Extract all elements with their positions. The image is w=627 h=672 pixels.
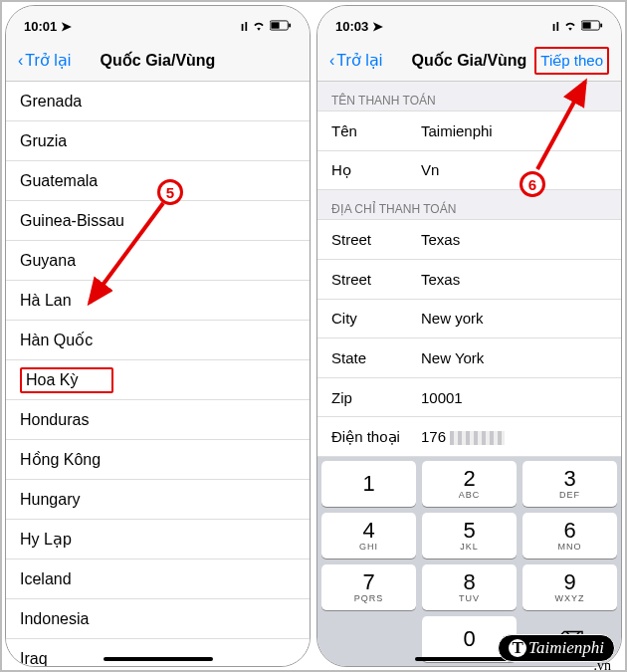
- key-digit: 7: [362, 571, 374, 593]
- key-3[interactable]: 3DEF: [522, 461, 617, 507]
- country-row[interactable]: Hàn Quốc: [6, 321, 310, 360]
- field-label: Zip: [331, 389, 421, 406]
- country-label: Gruzia: [20, 132, 67, 150]
- country-label: Hồng Kông: [20, 450, 101, 469]
- battery-icon: [270, 19, 292, 34]
- country-label: Hy Lạp: [20, 530, 72, 549]
- key-blank: [321, 616, 416, 662]
- svg-rect-4: [582, 22, 590, 28]
- key-2[interactable]: 2ABC: [422, 461, 517, 507]
- form-field-row[interactable]: StateNew York: [317, 338, 621, 378]
- phone-left: 10:01 ➤ ıl ‹ Trở lại Quốc Gia/Vùng Grena…: [5, 5, 311, 667]
- signal-icon: ıl: [241, 19, 248, 34]
- chevron-left-icon: ‹: [329, 52, 334, 70]
- key-8[interactable]: 8TUV: [422, 564, 517, 610]
- country-row[interactable]: Indonesia: [6, 599, 310, 639]
- field-value[interactable]: New York: [421, 349, 607, 366]
- home-indicator[interactable]: [104, 657, 213, 661]
- field-label: Điện thoại: [331, 428, 421, 446]
- form-field-row[interactable]: StreetTexas: [317, 220, 621, 260]
- key-9[interactable]: 9WXYZ: [522, 564, 617, 610]
- back-button[interactable]: ‹ Trở lại: [329, 51, 382, 70]
- arrow-6: [529, 70, 609, 179]
- country-row[interactable]: Hy Lạp: [6, 520, 310, 560]
- key-sub: DEF: [559, 490, 580, 500]
- signal-icon: ıl: [552, 19, 559, 34]
- location-icon: ➤: [61, 19, 72, 34]
- back-label: Trở lại: [336, 51, 382, 70]
- key-5[interactable]: 5JKL: [422, 513, 517, 559]
- back-button[interactable]: ‹ Trở lại: [18, 51, 71, 70]
- key-digit: 0: [463, 628, 475, 650]
- callout-5: 5: [157, 179, 183, 205]
- field-label: Street: [331, 231, 421, 248]
- country-label: Guatemala: [20, 172, 98, 190]
- field-value[interactable]: Texas: [421, 231, 607, 248]
- svg-line-6: [90, 203, 163, 303]
- country-row[interactable]: Gruzia: [6, 121, 310, 161]
- country-row[interactable]: Hoa Kỳ: [6, 360, 310, 400]
- key-digit: 4: [362, 520, 374, 542]
- country-label: Indonesia: [20, 610, 89, 628]
- key-digit: 5: [463, 520, 475, 542]
- svg-rect-1: [271, 22, 279, 28]
- field-label: Street: [331, 271, 421, 288]
- country-row[interactable]: Iraq: [6, 639, 310, 666]
- back-label: Trở lại: [25, 51, 71, 70]
- chevron-left-icon: ‹: [18, 52, 23, 70]
- key-digit: 8: [463, 571, 475, 593]
- field-label: State: [331, 349, 421, 366]
- form-field-row[interactable]: StreetTexas: [317, 260, 621, 300]
- country-label: Guyana: [20, 252, 76, 270]
- wifi-icon: [563, 19, 577, 34]
- time-label: 10:03: [335, 19, 368, 34]
- key-digit: 9: [563, 571, 575, 593]
- country-label: Iraq: [20, 650, 48, 667]
- key-1[interactable]: 1: [321, 461, 416, 507]
- field-label: Họ: [331, 161, 421, 179]
- key-sub: PQRS: [354, 593, 384, 603]
- field-value[interactable]: New york: [421, 310, 607, 327]
- country-row[interactable]: Honduras: [6, 400, 310, 440]
- form-field-row[interactable]: Zip10001: [317, 378, 621, 418]
- key-6[interactable]: 6MNO: [522, 513, 617, 559]
- form-field-row[interactable]: Điện thoại176: [317, 417, 621, 457]
- key-4[interactable]: 4GHI: [321, 513, 416, 559]
- section-header: ĐỊA CHỈ THANH TOÁN: [317, 190, 621, 220]
- country-row[interactable]: Hồng Kông: [6, 440, 310, 480]
- wifi-icon: [252, 19, 266, 34]
- svg-rect-2: [289, 23, 291, 27]
- key-7[interactable]: 7PQRS: [321, 564, 416, 610]
- field-value[interactable]: 176: [421, 428, 607, 445]
- key-digit: 3: [563, 468, 575, 490]
- country-row[interactable]: Hungary: [6, 480, 310, 520]
- watermark-suffix: .vn: [594, 658, 612, 672]
- country-list[interactable]: GrenadaGruziaGuatemalaGuinea-BissauGuyan…: [6, 82, 310, 666]
- country-label: Grenada: [20, 93, 82, 111]
- key-digit: 6: [563, 520, 575, 542]
- status-bar: 10:03 ➤ ıl: [317, 6, 621, 40]
- key-sub: WXYZ: [555, 593, 585, 603]
- key-sub: JKL: [460, 542, 479, 552]
- arrow-5: [72, 193, 171, 323]
- status-bar: 10:01 ➤ ıl: [6, 6, 310, 40]
- battery-icon: [581, 19, 603, 34]
- callout-6: 6: [520, 171, 545, 197]
- country-row[interactable]: Iceland: [6, 560, 310, 599]
- time-label: 10:01: [24, 19, 57, 34]
- key-sub: GHI: [359, 542, 378, 552]
- svg-rect-5: [600, 23, 602, 27]
- field-value[interactable]: Texas: [421, 271, 607, 288]
- key-sub: ABC: [459, 490, 481, 500]
- country-row[interactable]: Grenada: [6, 82, 310, 121]
- key-digit: 1: [362, 473, 374, 495]
- form-field-row[interactable]: CityNew york: [317, 300, 621, 339]
- country-label: Hà Lan: [20, 292, 72, 310]
- field-value[interactable]: 10001: [421, 389, 607, 406]
- country-label: Honduras: [20, 411, 89, 429]
- location-icon: ➤: [372, 19, 383, 34]
- key-sub: MNO: [558, 542, 582, 552]
- country-label: Iceland: [20, 570, 72, 588]
- field-label: City: [331, 310, 421, 327]
- nav-bar: ‹ Trở lại Quốc Gia/Vùng: [6, 40, 310, 82]
